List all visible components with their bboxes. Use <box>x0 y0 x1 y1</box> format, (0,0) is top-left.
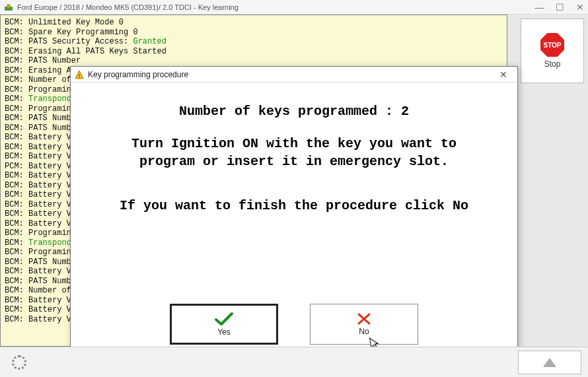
window-title: Ford Europe / 2018 / Mondeo MK5 (CD391)/… <box>17 3 239 11</box>
warning-icon: ! <box>75 70 84 79</box>
dialog-title: Key programming procedure <box>88 70 188 79</box>
window-controls: — ☐ ✕ <box>534 3 584 12</box>
key-programming-dialog: ! Key programming procedure ✕ Number of … <box>70 66 518 358</box>
dialog-finish-hint: If you want to finish the procedure clic… <box>83 197 505 215</box>
log-line: BCM: Spare Key Programming 0 <box>5 28 503 38</box>
no-label: No <box>359 327 369 336</box>
yes-label: Yes <box>217 327 231 337</box>
app-icon <box>4 3 13 12</box>
main-titlebar: Ford Europe / 2018 / Mondeo MK5 (CD391)/… <box>0 0 588 15</box>
dialog-body: Number of keys programmed : 2 Turn Ignit… <box>71 83 517 300</box>
bottom-bar <box>0 347 588 377</box>
yes-button[interactable]: Yes <box>170 304 278 345</box>
log-line: BCM: PATS Number <box>5 56 503 66</box>
log-line: BCM: Erasing All PATS Keys Started <box>5 47 503 57</box>
maximize-button[interactable]: ☐ <box>556 3 564 12</box>
svg-point-1 <box>7 4 11 8</box>
no-button[interactable]: No <box>310 304 418 345</box>
log-line: BCM: Unlimited Key Mode 0 <box>5 18 503 28</box>
log-line: BCM: PATS Security Access: Granted <box>5 37 503 47</box>
stop-button[interactable]: STOP Stop <box>521 18 584 83</box>
minimize-button[interactable]: — <box>534 3 544 12</box>
nav-up-button[interactable] <box>518 351 581 374</box>
close-button[interactable]: ✕ <box>576 3 584 12</box>
stop-icon: STOP <box>540 33 564 57</box>
x-icon <box>356 312 372 326</box>
dialog-line-keys-programmed: Number of keys programmed : 2 <box>83 102 505 120</box>
svg-text:!: ! <box>79 73 81 79</box>
dialog-close-button[interactable]: ✕ <box>494 68 513 81</box>
chevron-up-icon <box>543 358 556 367</box>
main-area: BCM: Unlimited Key Mode 0BCM: Spare Key … <box>0 15 588 347</box>
dialog-titlebar: ! Key programming procedure ✕ <box>71 67 517 83</box>
loading-spinner-icon <box>12 355 26 370</box>
stop-label: Stop <box>544 59 561 69</box>
check-icon <box>214 312 234 326</box>
dialog-instruction: Turn Ignition ON with the key you want t… <box>83 135 505 170</box>
